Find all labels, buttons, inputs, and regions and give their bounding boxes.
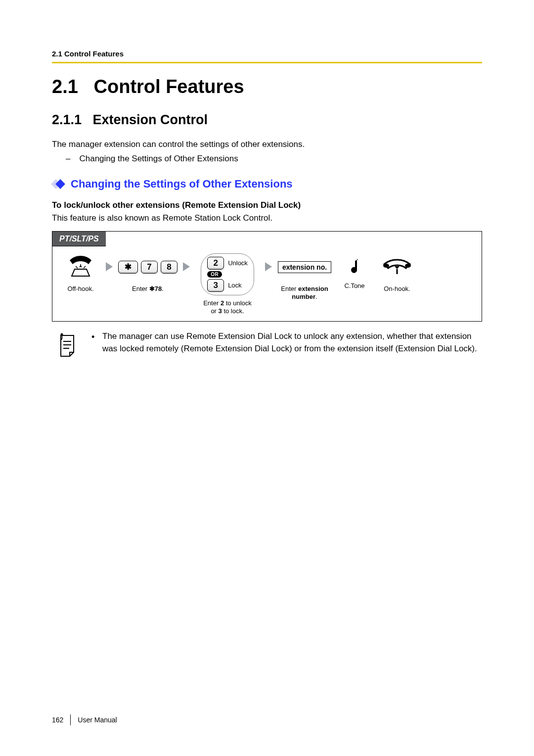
running-header: 2.1 Control Features (52, 49, 482, 58)
handset-offhook-icon (66, 253, 95, 281)
handset-onhook-icon (381, 253, 413, 281)
cap-text: Enter (281, 285, 298, 292)
svg-point-1 (405, 264, 411, 268)
step-extension: extension no. Enter extension number. (275, 253, 334, 301)
page-number: 162 (52, 716, 63, 724)
cap-text: or (211, 307, 218, 315)
option-label-unlock: Unlock (228, 259, 248, 267)
sub-heading: Changing the Settings of Other Extension… (71, 178, 293, 190)
option-group: 2 Unlock OR 3 Lock (201, 253, 254, 295)
cap-bold: ✱78 (149, 285, 162, 292)
step-caption: Enter extension number. (281, 285, 328, 301)
option-label-lock: Lock (228, 282, 241, 289)
intro-text: The manager extension can control the se… (52, 139, 482, 151)
step-onhook: On-hook. (375, 253, 419, 293)
or-pill: OR (207, 271, 222, 278)
subsection-text: Extension Control (93, 112, 208, 127)
dash-list-item: Changing the Settings of Other Extension… (66, 154, 482, 164)
page-footer: 162 User Manual (52, 714, 117, 725)
step-caption: On-hook. (384, 285, 410, 293)
step-ctone: C.Tone (337, 253, 372, 290)
svg-point-0 (383, 264, 389, 268)
arrow-icon (106, 262, 113, 271)
ctone-label: C.Tone (344, 282, 364, 290)
cap-text: Enter (132, 285, 149, 292)
arrow-icon (183, 262, 190, 271)
procedure-box: PT/SLT/PS Off-hook. ✱ 7 8 (52, 231, 482, 322)
cap-text: to unlock (224, 299, 252, 307)
footer-label: User Manual (78, 716, 117, 724)
footer-separator (70, 714, 71, 725)
section-title: 2.1 Control Features (52, 76, 482, 97)
steps-row: Off-hook. ✱ 7 8 Enter ✱78. 2 (52, 246, 482, 322)
header-rule (52, 62, 482, 63)
key-7: 7 (141, 261, 158, 274)
cap-text: . (162, 285, 164, 292)
step-caption: Enter ✱78. (132, 285, 164, 293)
step-offhook: Off-hook. (58, 253, 103, 293)
cap-bold: 3 (219, 307, 222, 315)
cap-text: Enter (203, 299, 221, 307)
device-tab: PT/SLT/PS (52, 232, 106, 246)
music-note-icon (347, 253, 362, 281)
cap-text: . (315, 293, 317, 300)
key-star: ✱ (118, 261, 138, 274)
subsection-title: 2.1.1 Extension Control (52, 112, 482, 128)
procedure-note: This feature is also known as Remote Sta… (52, 213, 482, 223)
note-list: The manager can use Remote Extension Dia… (91, 331, 482, 355)
key-2: 2 (207, 257, 224, 270)
cap-bold: number (292, 293, 315, 300)
note-bullet: The manager can use Remote Extension Dia… (91, 331, 482, 355)
svg-point-6 (61, 333, 63, 336)
step-caption: Off-hook. (67, 285, 93, 293)
section-number: 2.1 (52, 76, 78, 97)
step-choice: 2 Unlock OR 3 Lock Enter 2 to unlock or … (193, 253, 262, 316)
step-enter-code: ✱ 7 8 Enter ✱78. (116, 253, 180, 293)
cap-bold: extension (298, 285, 328, 292)
extension-input-box: extension no. (278, 261, 331, 273)
procedure-title: To lock/unlock other extensions (Remote … (52, 200, 482, 210)
diamond-icon (52, 179, 66, 189)
key-3: 3 (207, 279, 224, 292)
section-text: Control Features (94, 76, 244, 97)
subsection-number: 2.1.1 (52, 112, 82, 127)
cap-text: to lock. (222, 307, 244, 315)
step-caption: Enter 2 to unlock or 3 to lock. (203, 299, 252, 316)
key-8: 8 (161, 261, 178, 274)
arrow-icon (265, 262, 272, 271)
note-icon (56, 331, 80, 360)
keypad-keys: ✱ 7 8 (118, 261, 178, 274)
sub-heading-row: Changing the Settings of Other Extension… (52, 178, 482, 190)
note-row: The manager can use Remote Extension Dia… (52, 331, 482, 360)
